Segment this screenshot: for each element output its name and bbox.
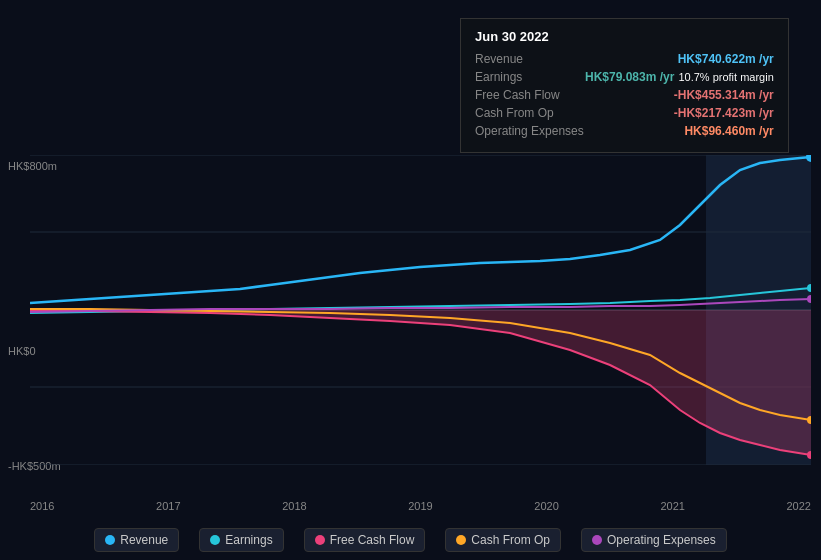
x-axis-labels: 2016 2017 2018 2019 2020 2021 2022 xyxy=(30,500,811,512)
tooltip-cashop-row: Cash From Op -HK$217.423m /yr xyxy=(475,106,774,120)
legend-earnings[interactable]: Earnings xyxy=(199,528,283,552)
tooltip-earnings-row: Earnings HK$79.083m /yr 10.7% profit mar… xyxy=(475,70,774,84)
opex-dot xyxy=(807,295,811,303)
tooltip-revenue-label: Revenue xyxy=(475,52,585,66)
x-label-2016: 2016 xyxy=(30,500,54,512)
tooltip-profit-margin: 10.7% profit margin xyxy=(678,71,773,83)
x-label-2019: 2019 xyxy=(408,500,432,512)
tooltip-fcf-label: Free Cash Flow xyxy=(475,88,585,102)
tooltip-earnings-label: Earnings xyxy=(475,70,585,84)
x-label-2017: 2017 xyxy=(156,500,180,512)
chart-svg xyxy=(30,155,811,465)
legend-cashop[interactable]: Cash From Op xyxy=(445,528,561,552)
legend-cashop-dot xyxy=(456,535,466,545)
legend-revenue-label: Revenue xyxy=(120,533,168,547)
legend-revenue-dot xyxy=(105,535,115,545)
legend-opex[interactable]: Operating Expenses xyxy=(581,528,727,552)
tooltip-fcf-row: Free Cash Flow -HK$455.314m /yr xyxy=(475,88,774,102)
earnings-dot xyxy=(807,284,811,292)
x-label-2020: 2020 xyxy=(534,500,558,512)
tooltip-opex-row: Operating Expenses HK$96.460m /yr xyxy=(475,124,774,138)
legend-earnings-label: Earnings xyxy=(225,533,272,547)
x-label-2022: 2022 xyxy=(786,500,810,512)
legend-opex-label: Operating Expenses xyxy=(607,533,716,547)
legend-revenue[interactable]: Revenue xyxy=(94,528,179,552)
free-cash-flow-area xyxy=(30,310,811,455)
legend-cashop-label: Cash From Op xyxy=(471,533,550,547)
x-label-2018: 2018 xyxy=(282,500,306,512)
tooltip-date: Jun 30 2022 xyxy=(475,29,774,44)
legend-fcf-label: Free Cash Flow xyxy=(330,533,415,547)
tooltip-cashop-label: Cash From Op xyxy=(475,106,585,120)
legend-fcf[interactable]: Free Cash Flow xyxy=(304,528,426,552)
tooltip-revenue-value: HK$740.622m /yr xyxy=(678,52,774,66)
tooltip-earnings-value: HK$79.083m /yr xyxy=(585,70,674,84)
data-tooltip: Jun 30 2022 Revenue HK$740.622m /yr Earn… xyxy=(460,18,789,153)
tooltip-revenue-row: Revenue HK$740.622m /yr xyxy=(475,52,774,66)
revenue-dot xyxy=(806,155,811,162)
chart-legend: Revenue Earnings Free Cash Flow Cash Fro… xyxy=(0,528,821,552)
legend-earnings-dot xyxy=(210,535,220,545)
tooltip-fcf-value: -HK$455.314m /yr xyxy=(674,88,774,102)
legend-fcf-dot xyxy=(315,535,325,545)
revenue-line xyxy=(30,157,811,303)
tooltip-opex-value: HK$96.460m /yr xyxy=(684,124,773,138)
tooltip-cashop-value: -HK$217.423m /yr xyxy=(674,106,774,120)
x-label-2021: 2021 xyxy=(660,500,684,512)
tooltip-opex-label: Operating Expenses xyxy=(475,124,585,138)
legend-opex-dot xyxy=(592,535,602,545)
